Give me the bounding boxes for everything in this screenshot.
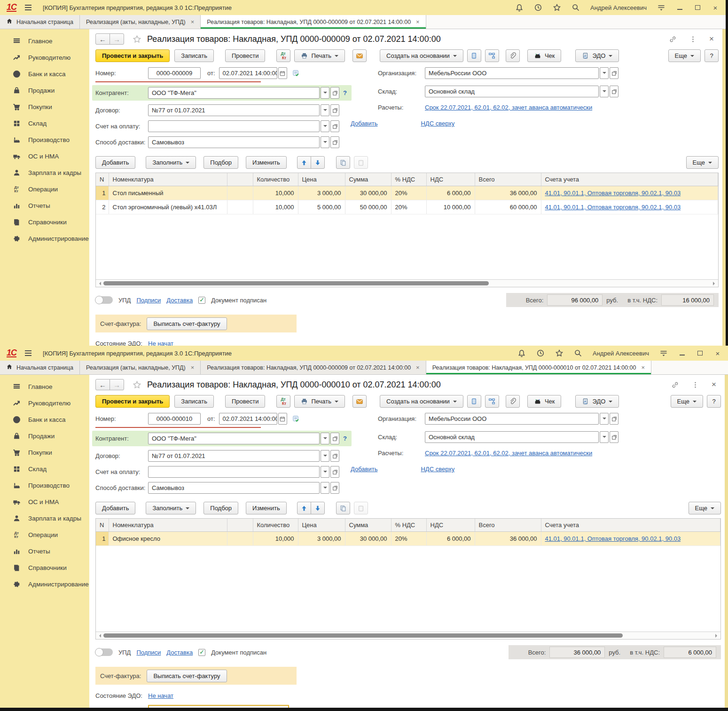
document-structure-button[interactable] xyxy=(485,395,499,408)
table-row[interactable]: 1Стол письменный10,0003 000,0030 000,002… xyxy=(96,186,718,200)
warehouse-dropdown-icon[interactable] xyxy=(600,431,609,443)
more-button[interactable]: Еще xyxy=(671,395,703,408)
fill-button[interactable]: Заполнить xyxy=(146,502,196,514)
signed-checkbox[interactable]: ✓ xyxy=(198,649,205,656)
sidebar-item-operacii[interactable]: ДтКтОперации xyxy=(0,527,89,543)
invoice-input[interactable] xyxy=(148,466,320,478)
pick-button[interactable]: Подбор xyxy=(204,502,238,514)
maximize-button[interactable] xyxy=(696,349,704,357)
edo-button[interactable]: ЭДО xyxy=(575,395,619,408)
scrollbar-thumb[interactable] xyxy=(103,281,489,285)
delivery-dropdown-icon[interactable] xyxy=(321,482,329,494)
back-button[interactable]: ← xyxy=(95,379,110,390)
forward-button[interactable]: → xyxy=(110,379,124,390)
horizontal-scrollbar[interactable] xyxy=(96,279,718,287)
sidebar-item-rukovoditelyu[interactable]: Руководителю xyxy=(0,395,89,411)
help-button[interactable]: ? xyxy=(705,49,719,62)
delivery-open-icon[interactable] xyxy=(330,136,339,148)
sidebar-item-prodazhi[interactable]: Продажи xyxy=(0,428,89,444)
close-form-icon[interactable]: × xyxy=(709,34,714,44)
save-button[interactable]: Записать xyxy=(174,395,214,408)
more-dots-icon[interactable] xyxy=(691,381,699,389)
invoice-dropdown-icon[interactable] xyxy=(321,120,329,132)
user-name[interactable]: Андрей Алексеевич xyxy=(590,4,647,11)
organization-dropdown-icon[interactable] xyxy=(600,413,609,425)
close-form-icon[interactable]: × xyxy=(712,380,716,389)
tab-document[interactable]: Реализация товаров: Накладная, УПД 0000-… xyxy=(201,15,426,29)
post-and-close-button[interactable]: Провести и закрыть xyxy=(95,49,170,62)
counterparty-open-icon[interactable] xyxy=(330,87,339,99)
sidebar-item-zarplata-i-kadry[interactable]: Зарплата и кадры xyxy=(0,510,89,527)
add-row-button[interactable]: Добавить xyxy=(95,502,135,514)
sidebar-item-spravochniki[interactable]: Справочники xyxy=(0,560,89,576)
dt-kt-button[interactable]: Дт Кт xyxy=(276,395,290,408)
accounts-link[interactable]: 41.01, 90.01.1, Оптовая торговля, 90.02.… xyxy=(545,535,681,542)
edit-button[interactable]: Изменить xyxy=(246,502,287,514)
add-invoice-link[interactable]: Добавить xyxy=(351,466,377,473)
tab-document[interactable]: Реализация товаров: Накладная, УПД 0000-… xyxy=(201,361,426,374)
contract-dropdown-icon[interactable] xyxy=(321,104,329,116)
signatures-link[interactable]: Подписи xyxy=(136,297,161,304)
organization-input[interactable]: МебельРоссии ООО xyxy=(425,413,599,425)
sidebar-item-sklad[interactable]: Склад xyxy=(0,115,89,132)
settlements-link[interactable]: Срок 22.07.2021, 62.01, 62.02, зачет ава… xyxy=(425,104,592,111)
help-button[interactable]: ? xyxy=(707,395,721,408)
post-and-close-button[interactable]: Провести и закрыть xyxy=(95,395,170,408)
tab-close-icon[interactable]: × xyxy=(191,364,195,371)
sidebar-item-spravochniki[interactable]: Справочники xyxy=(0,214,89,230)
document-structure-button[interactable] xyxy=(485,49,499,62)
counterparty-dropdown-icon[interactable] xyxy=(321,433,329,444)
edo-state-link[interactable]: Не начат xyxy=(148,692,173,699)
accounts-link[interactable]: 41.01, 90.01.1, Оптовая торговля, 90.02.… xyxy=(545,204,681,211)
sidebar-item-operacii[interactable]: ДтКтОперации xyxy=(0,181,89,198)
paste-rows-button[interactable] xyxy=(354,502,368,514)
edo-state-link[interactable]: Не начат xyxy=(148,340,173,346)
accounts-link[interactable]: 41.01, 90.01.1, Оптовая торговля, 90.02.… xyxy=(545,190,681,197)
table-row[interactable]: 2Стол эргономичный (левый) х41.03Л10,000… xyxy=(96,200,718,214)
pick-button[interactable]: Подбор xyxy=(204,156,238,169)
sidebar-item-pokupki[interactable]: Покупки xyxy=(0,444,89,461)
minimize-button[interactable] xyxy=(678,349,686,357)
organization-dropdown-icon[interactable] xyxy=(600,67,609,79)
calendar-icon[interactable] xyxy=(278,413,287,425)
invoice-open-icon[interactable] xyxy=(330,120,339,132)
table-row[interactable]: 1Офисное кресло10,0003 000,0030 000,0020… xyxy=(96,532,720,546)
tab-close-icon[interactable]: × xyxy=(416,364,420,371)
sidebar-item-prodazhi[interactable]: Продажи xyxy=(0,82,89,99)
send-email-button[interactable] xyxy=(352,49,367,62)
add-row-button[interactable]: Добавить xyxy=(95,156,135,169)
vat-mode-link[interactable]: НДС сверху xyxy=(421,466,454,473)
sidebar-item-sklad[interactable]: Склад xyxy=(0,461,89,477)
contract-input[interactable]: №77 от 01.07.2021 xyxy=(148,104,320,116)
signatures-link[interactable]: Подписи xyxy=(136,649,161,656)
move-down-button[interactable] xyxy=(311,156,325,169)
sidebar-item-bank-i-kassa[interactable]: Банк и касса xyxy=(0,66,89,82)
contract-dropdown-icon[interactable] xyxy=(321,450,329,462)
delivery-link[interactable]: Доставка xyxy=(166,649,193,656)
vat-mode-link[interactable]: НДС сверху xyxy=(421,120,454,127)
sidebar-item-proizvodstvo[interactable]: Производство xyxy=(0,477,89,494)
counterparty-help-link[interactable]: ? xyxy=(343,89,347,96)
horizontal-scrollbar[interactable] xyxy=(96,632,720,639)
issue-invoice-button[interactable]: Выписать счет-фактуру xyxy=(147,317,227,330)
table-more-button[interactable]: Еще xyxy=(689,502,721,514)
sidebar-item-otchety[interactable]: Отчеты xyxy=(0,198,89,214)
warehouse-input[interactable]: Основной склад xyxy=(425,86,599,97)
get-link-icon[interactable] xyxy=(671,381,679,389)
move-up-button[interactable] xyxy=(297,502,311,514)
organization-open-icon[interactable] xyxy=(610,67,618,79)
user-name[interactable]: Андрей Алексеевич xyxy=(593,350,649,357)
number-input[interactable]: 0000-000009 xyxy=(148,67,201,79)
move-down-button[interactable] xyxy=(311,502,325,514)
post-button[interactable]: Провести xyxy=(225,49,266,62)
check-receipt-button[interactable]: Чек xyxy=(527,395,562,408)
counterparty-input[interactable]: ООО "ТФ-Мега" xyxy=(148,433,320,444)
close-window-icon[interactable]: × xyxy=(712,4,719,11)
tab-document[interactable]: Реализация (акты, накладные, УПД)× xyxy=(80,361,201,374)
upd-toggle[interactable] xyxy=(95,648,113,656)
favorite-star-icon[interactable] xyxy=(133,380,141,389)
organization-input[interactable]: МебельРоссии ООО xyxy=(425,67,599,79)
warehouse-open-icon[interactable] xyxy=(610,431,618,443)
add-invoice-link[interactable]: Добавить xyxy=(351,120,377,127)
delivery-input[interactable]: Самовывоз xyxy=(148,482,320,494)
